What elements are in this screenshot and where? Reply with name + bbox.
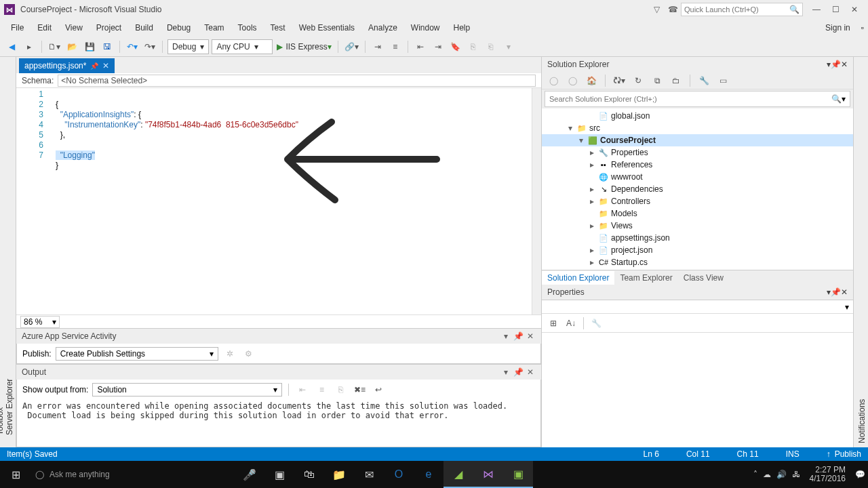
tree-item-src[interactable]: ▾📁src [542, 122, 853, 134]
bookmark-icon[interactable]: 🔖 [448, 39, 463, 54]
panel-dropdown-icon[interactable]: ▾ [500, 367, 511, 378]
menu-analyze[interactable]: Analyze [361, 21, 404, 35]
tray-notifications-icon[interactable]: 💬 [855, 470, 865, 479]
tree-item-wwwroot[interactable]: 🌐wwwroot [542, 171, 853, 183]
output-action1-icon[interactable]: ⇤ [295, 382, 310, 397]
se-search-input[interactable] [549, 95, 831, 103]
notifications-tab[interactable]: Notifications [857, 61, 867, 443]
minimize-button[interactable]: — [807, 3, 826, 16]
menu-view[interactable]: View [58, 21, 90, 35]
tree-item-views[interactable]: ▸📁Views [542, 220, 853, 232]
new-project-button[interactable]: 🗋▾ [47, 39, 62, 54]
menu-test[interactable]: Test [264, 21, 292, 35]
menu-tools[interactable]: Tools [231, 21, 264, 35]
se-home-icon[interactable]: 🏠 [584, 73, 599, 88]
panel-tab-class-view[interactable]: Class View [678, 271, 729, 285]
tab-appsettings[interactable]: appsettings.json* 📌 ✕ [19, 58, 115, 73]
tree-item-project-json[interactable]: ▸📄project.json [542, 244, 853, 256]
tab-close-icon[interactable]: ✕ [102, 61, 109, 70]
panel-tab-solution-explorer[interactable]: Solution Explorer [542, 271, 614, 285]
zoom-combo[interactable]: 86 %▾ [20, 316, 60, 328]
task-mail-icon[interactable]: ✉ [354, 461, 384, 488]
se-showall-icon[interactable]: 🗀 [669, 73, 684, 88]
panel-close-icon[interactable]: ✕ [525, 331, 536, 342]
task-vs-icon[interactable]: ⋈ [473, 461, 503, 488]
code-editor[interactable]: 1234567 { "ApplicationInsights": { "Inst… [16, 88, 541, 314]
run-button[interactable]: ▶ IIS Express ▾ [275, 39, 332, 54]
open-file-button[interactable]: 📂 [64, 39, 79, 54]
sign-in-link[interactable]: Sign in [825, 23, 850, 33]
se-sync-icon[interactable]: 🗘▾ [612, 73, 627, 88]
start-button[interactable]: ⊞ [0, 461, 31, 488]
task-edge-icon[interactable]: e [414, 461, 443, 488]
task-app-icon[interactable]: ▣ [503, 461, 533, 488]
menu-project[interactable]: Project [90, 21, 128, 35]
task-view-icon[interactable]: ▣ [264, 461, 294, 488]
close-button[interactable]: ✕ [845, 3, 864, 16]
menu-window[interactable]: Window [404, 21, 447, 35]
publish-settings-icon[interactable]: ⚙ [241, 346, 256, 361]
left-tool-rail[interactable]: Server Explorer Toolbox [0, 57, 16, 447]
maximize-button[interactable]: ☐ [826, 3, 845, 16]
config-combo[interactable]: Debug▾ [167, 39, 209, 54]
signin-avatar-icon[interactable]: ▫ [861, 23, 864, 33]
comment-button[interactable]: ⎘ [466, 39, 481, 54]
task-outlook-icon[interactable]: O [384, 461, 414, 488]
output-clear-icon[interactable]: ✖≡ [352, 382, 367, 397]
se-collapse-icon[interactable]: ⧉ [650, 73, 665, 88]
browser-link-button[interactable]: 🔗▾ [343, 39, 360, 54]
tray-network-icon[interactable]: 🖧 [792, 470, 800, 479]
panel-pin-icon[interactable]: 📌 [831, 287, 841, 297]
task-store-icon[interactable]: 🛍 [294, 461, 324, 488]
tree-item-properties[interactable]: ▸🔧Properties [542, 146, 853, 159]
tray-clock[interactable]: 2:27 PM4/17/2016 [806, 466, 850, 483]
indent-icon[interactable]: ⇥ [431, 39, 446, 54]
tree-item-courseproject[interactable]: ▾🟩CourseProject [542, 134, 853, 146]
outdent-icon[interactable]: ⇤ [413, 39, 428, 54]
tree-item-references[interactable]: ▸▪▪References [542, 159, 853, 171]
panel-close-icon[interactable]: ✕ [525, 367, 536, 378]
code-content[interactable]: { "ApplicationInsights": { "Instrumentat… [50, 88, 541, 314]
tree-item-dependencies[interactable]: ▸↘Dependencies [542, 183, 853, 195]
more-button[interactable]: ▾ [501, 39, 516, 54]
pin-icon[interactable]: 📌 [90, 62, 98, 70]
system-tray[interactable]: ˄ ☁ 🔊 🖧 2:27 PM4/17/2016 💬 [753, 466, 868, 483]
panel-close-icon[interactable]: ✕ [841, 287, 848, 297]
feedback-icon[interactable]: ☎ [667, 4, 678, 15]
menu-help[interactable]: Help [447, 21, 477, 35]
props-categorized-icon[interactable]: ⊞ [546, 316, 561, 331]
se-properties-icon[interactable]: 🔧 [696, 73, 711, 88]
solution-tree[interactable]: 📄global.json▾📁src▾🟩CourseProject▸🔧Proper… [542, 108, 853, 270]
back-button[interactable]: ◀ [4, 39, 19, 54]
se-refresh-icon[interactable]: ↻ [631, 73, 646, 88]
cortana-search[interactable]: ◯ Ask me anything [31, 465, 235, 484]
save-all-button[interactable]: 🖫 [100, 39, 115, 54]
panel-pin-icon[interactable]: 📌 [513, 331, 524, 342]
panel-tab-team-explorer[interactable]: Team Explorer [614, 271, 677, 285]
filter-icon[interactable]: ▽ [651, 4, 662, 15]
server-explorer-tab[interactable]: Server Explorer [5, 61, 14, 435]
quick-launch-input[interactable] [684, 5, 789, 14]
tree-item-models[interactable]: 📁Models [542, 207, 853, 220]
redo-button[interactable]: ↷▾ [142, 39, 157, 54]
task-mic-icon[interactable]: 🎤 [235, 461, 264, 488]
toolbox-tab[interactable]: Toolbox [0, 61, 5, 435]
tree-item-appsettings-json[interactable]: 📄appsettings.json [542, 232, 853, 244]
undo-button[interactable]: ↶▾ [125, 39, 140, 54]
task-camtasia-icon[interactable]: ◢ [443, 461, 473, 488]
publish-combo[interactable]: Create Publish Settings▾ [56, 347, 218, 361]
props-alpha-icon[interactable]: A↓ [564, 316, 578, 331]
uncomment-button[interactable]: ⎗ [484, 39, 498, 54]
tree-item-controllers[interactable]: ▸📁Controllers [542, 195, 853, 207]
tray-volume-icon[interactable]: 🔊 [776, 470, 787, 479]
props-pages-icon[interactable]: 🔧 [589, 316, 604, 331]
output-wrap-icon[interactable]: ↩ [371, 382, 386, 397]
output-from-combo[interactable]: Solution▾ [92, 383, 282, 396]
publish-action-icon[interactable]: ✲ [222, 346, 237, 361]
se-preview-icon[interactable]: ▭ [715, 73, 730, 88]
editor-scrollbar[interactable] [532, 88, 541, 314]
indent-button[interactable]: ≡ [388, 39, 403, 54]
panel-pin-icon[interactable]: 📌 [513, 367, 524, 378]
step-button[interactable]: ⇥ [370, 39, 385, 54]
panel-close-icon[interactable]: ✕ [841, 60, 848, 69]
